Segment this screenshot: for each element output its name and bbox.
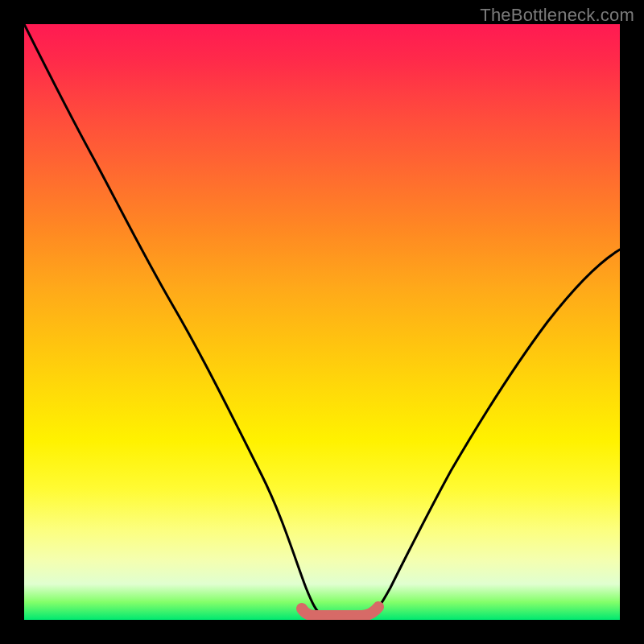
chart-plot-area — [24, 24, 620, 620]
watermark-text: TheBottleneck.com — [480, 5, 634, 26]
bottleneck-curve — [24, 24, 620, 615]
chart-frame: TheBottleneck.com — [0, 0, 644, 644]
sweet-spot-marker — [302, 607, 378, 616]
chart-lines — [24, 24, 620, 620]
